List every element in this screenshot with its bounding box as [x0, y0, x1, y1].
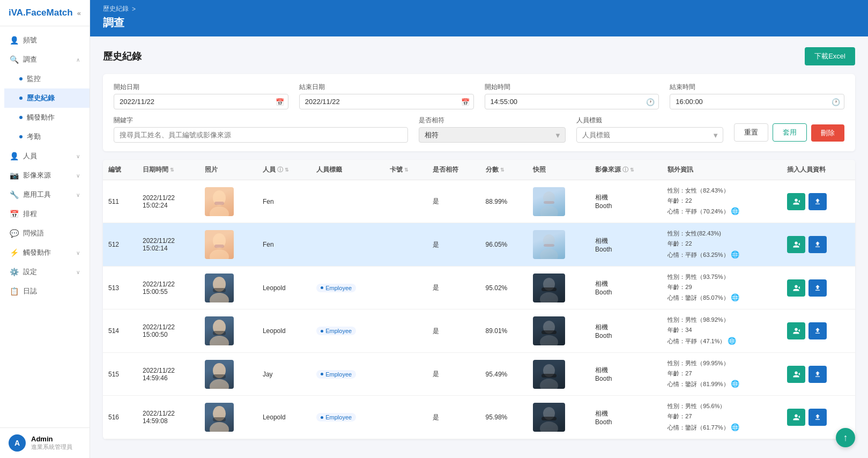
action-buttons — [787, 322, 850, 339]
svg-rect-26 — [213, 374, 226, 379]
end-date-input[interactable] — [299, 94, 474, 109]
download-button[interactable] — [808, 322, 827, 339]
cell-matched: 是 — [427, 352, 480, 395]
tag-input-wrapper: ▼ — [576, 127, 723, 143]
snap-svg — [533, 187, 565, 216]
cell-matched: 是 — [427, 309, 480, 352]
sidebar-item-survey[interactable]: 🔍 調查 ∧ — [0, 50, 90, 69]
sidebar-item-tools[interactable]: 🔧 應用工具 ∨ — [0, 185, 90, 204]
person-photo — [205, 230, 234, 259]
download-button[interactable] — [808, 409, 827, 426]
snapshot-photo — [533, 403, 565, 432]
filter-row-1: 開始日期 📅 結束日期 📅 開始時間 — [114, 83, 844, 109]
start-date-group: 開始日期 📅 — [114, 83, 288, 109]
action-buttons — [787, 409, 850, 426]
breadcrumb: 歷史紀錄 > — [103, 4, 855, 13]
cell-source: 相機 Booth — [590, 223, 662, 266]
sidebar-item-trigger-action-sub[interactable]: 觸發動作 — [4, 108, 90, 127]
cell-tag — [311, 180, 384, 223]
filter-panel: 開始日期 📅 結束日期 📅 開始時間 — [103, 74, 855, 151]
sidebar-item-greeting[interactable]: 💬 問候語 — [0, 224, 90, 243]
extra-info: 性別：男性（95.6%） 年齡：27 心情：鑒訝（61.77%） 🌐 — [667, 401, 776, 433]
svg-rect-35 — [541, 417, 557, 420]
tag-input[interactable] — [576, 127, 723, 143]
filter-row-2: 關鍵字 是否相符 相符 不相符 全部 ▼ — [114, 116, 844, 143]
add-person-button[interactable] — [787, 409, 805, 426]
start-date-input[interactable] — [114, 94, 288, 109]
cell-matched: 是 — [427, 266, 480, 309]
sidebar-item-video-source[interactable]: 📷 影像來源 ∨ — [0, 166, 90, 185]
col-photo: 照片 — [199, 160, 257, 180]
download-excel-button[interactable]: 下載Excel — [805, 47, 855, 65]
add-person-button[interactable] — [787, 322, 805, 339]
sidebar-item-label: 觸發動作 — [23, 248, 51, 257]
add-person-button[interactable] — [787, 366, 805, 383]
table-row[interactable]: 512 2022/11/22 15:02:14 Fen 是 96.05% — [103, 223, 855, 266]
download-button[interactable] — [808, 366, 827, 383]
download-button[interactable] — [808, 193, 827, 210]
svg-point-16 — [540, 292, 558, 302]
avatar: A — [9, 434, 26, 452]
add-person-button[interactable] — [787, 279, 805, 297]
cell-source: 相機 Booth — [590, 396, 662, 439]
sidebar-item-logs[interactable]: 📋 日誌 — [0, 282, 90, 301]
col-score[interactable]: 分數 ⇅ — [480, 160, 528, 180]
avatar-initial: A — [14, 439, 20, 447]
col-datetime[interactable]: 日期時間 ⇅ — [137, 160, 199, 180]
svg-rect-29 — [541, 374, 557, 378]
sidebar-item-people[interactable]: 👤 人員 ∨ — [0, 146, 90, 166]
end-time-label: 結束時間 — [670, 83, 844, 92]
snap-svg — [533, 403, 565, 432]
globe-icon: 🌐 — [731, 207, 739, 215]
sidebar-item-label: 歷史紀錄 — [27, 93, 55, 103]
col-person[interactable]: 人員 ⓘ ⇅ — [257, 160, 311, 180]
keyword-input[interactable] — [114, 127, 408, 143]
match-select[interactable]: 相符 不相符 全部 — [419, 127, 566, 143]
table-row[interactable]: 516 2022/11/22 14:59:08 Leopold Employee… — [103, 396, 855, 439]
sidebar-item-monitor[interactable]: 監控 — [4, 69, 90, 88]
apply-button[interactable]: 套用 — [773, 123, 807, 142]
add-person-button[interactable] — [787, 236, 805, 253]
add-person-button[interactable] — [787, 193, 805, 210]
add-person-icon — [792, 370, 800, 379]
sidebar-item-history[interactable]: 歷史紀錄 — [4, 88, 90, 108]
calendar-icon-2: 📅 — [461, 98, 470, 106]
source-info-icon: ⓘ — [622, 166, 628, 174]
download-button[interactable] — [808, 279, 827, 297]
extra-info: 性別：男性（99.95%） 年齡：27 心情：鑒訝（81.99%） 🌐 — [667, 358, 776, 390]
reset-button[interactable]: 重置 — [734, 123, 768, 142]
end-time-input[interactable] — [670, 94, 844, 109]
monitor-dot — [19, 77, 23, 80]
greeting-icon: 💬 — [10, 229, 19, 238]
sidebar-item-label: 監控 — [27, 74, 41, 84]
sidebar-item-label: 考勤 — [27, 132, 41, 142]
svg-rect-14 — [213, 288, 226, 292]
table-header: 編號 日期時間 ⇅ 照片 人員 ⓘ ⇅ — [103, 160, 855, 180]
add-person-icon — [792, 412, 800, 422]
download-button[interactable] — [808, 236, 827, 253]
col-card[interactable]: 卡號 ⇅ — [384, 160, 427, 180]
table-row[interactable]: 515 2022/11/22 14:59:46 Jay Employee 是 9… — [103, 352, 855, 395]
sidebar-item-settings[interactable]: ⚙️ 設定 ∨ — [0, 262, 90, 282]
sidebar-collapse-icon[interactable]: « — [77, 9, 81, 17]
table-row[interactable]: 513 2022/11/22 15:00:55 Leopold Employee… — [103, 266, 855, 309]
table-row[interactable]: 514 2022/11/22 15:00:50 Leopold Employee… — [103, 309, 855, 352]
table-row[interactable]: 511 2022/11/22 15:02:24 Fen 是 88.99% — [103, 180, 855, 223]
scroll-up-button[interactable]: ↑ — [836, 428, 855, 447]
delete-button[interactable]: 刪除 — [811, 124, 844, 142]
start-time-input[interactable] — [485, 94, 659, 109]
sidebar-item-channel[interactable]: 👤 頻號 — [0, 31, 90, 50]
topbar: 歷史紀錄 > 調查 — [90, 0, 868, 36]
cell-datetime: 2022/11/22 14:59:08 — [137, 396, 199, 439]
col-source[interactable]: 影像來源 ⓘ ⇅ — [590, 160, 662, 180]
face-svg — [205, 316, 234, 345]
sidebar-item-attendance[interactable]: 考勤 — [4, 127, 90, 146]
cell-extra: 性別：女性(82.43%) 年齡：22 心情：平靜（63.25%） 🌐 — [662, 223, 782, 266]
keyword-group: 關鍵字 — [114, 116, 408, 143]
breadcrumb-parent: 歷史紀錄 — [103, 4, 129, 13]
tag-group: 人員標籤 ▼ — [576, 116, 723, 143]
person-photo — [205, 274, 234, 302]
sidebar-item-trigger[interactable]: ⚡ 觸發動作 ∨ — [0, 243, 90, 262]
sidebar-item-schedule[interactable]: 📅 排程 — [0, 204, 90, 224]
add-person-icon — [792, 326, 800, 336]
